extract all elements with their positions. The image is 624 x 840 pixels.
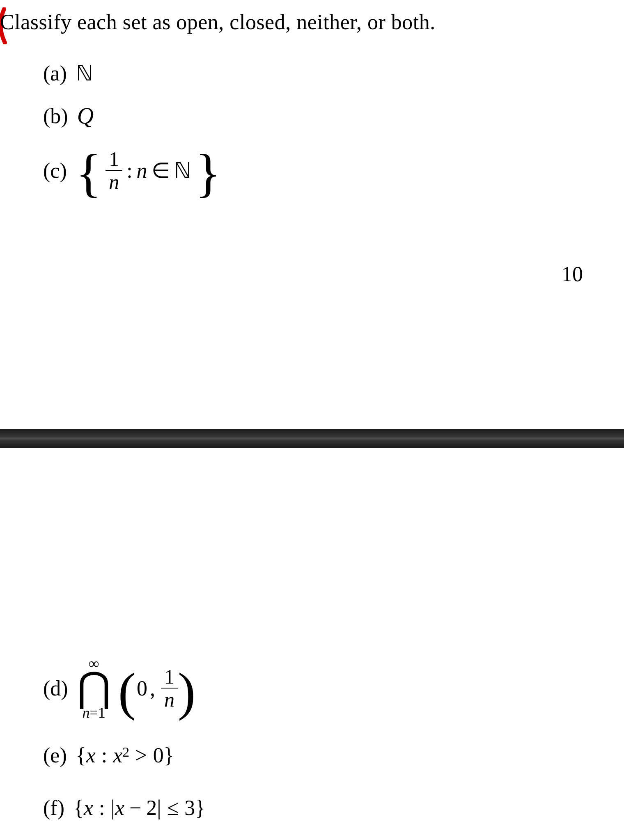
item-a-label: (a)	[43, 61, 67, 85]
item-b-label: (b)	[43, 104, 68, 128]
colon: :	[99, 796, 105, 820]
abs-bar-left: |	[110, 796, 115, 820]
item-e-label: (e)	[43, 743, 67, 767]
fraction-1-over-n: 1 n	[106, 148, 122, 193]
item-f-label: (f)	[43, 796, 64, 820]
item-a: (a) ℕ	[43, 61, 93, 85]
comma: ,	[150, 676, 155, 700]
natural-numbers: ℕ	[174, 158, 191, 183]
colon: :	[101, 743, 107, 767]
zero: 0	[137, 676, 147, 700]
item-b: (b) Q	[43, 103, 94, 129]
item-e-set: { x : x2 > 0 }	[76, 743, 174, 767]
item-e: (e) { x : x2 > 0 }	[43, 743, 174, 767]
right-paren: )	[178, 673, 195, 710]
two: 2	[146, 796, 157, 820]
right-brace: }	[164, 743, 174, 767]
section-divider	[0, 429, 624, 448]
abs-bar-right: |	[157, 796, 161, 820]
left-brace: {	[76, 154, 101, 192]
variable-n: n	[137, 158, 147, 183]
zero: 0	[153, 743, 164, 767]
element-of: ∈	[151, 158, 170, 183]
three: 3	[184, 796, 195, 820]
less-equal: ≤	[167, 796, 179, 820]
item-d: (d) ∞ ⋂ n=1 ( 0, 1 n )	[43, 656, 195, 720]
left-paren: (	[118, 673, 136, 710]
right-brace: }	[195, 796, 205, 820]
item-c-set: { 1 n : n ∈ ℕ }	[76, 148, 221, 193]
x-squared-exp: 2	[122, 744, 129, 760]
item-c: (c) { 1 n : n ∈ ℕ }	[43, 148, 221, 193]
greater-than: >	[135, 743, 147, 767]
intersection-operator: ∞ ⋂ n=1	[77, 656, 111, 720]
page-number: 10	[562, 262, 583, 286]
right-brace: }	[195, 154, 221, 192]
instruction-text: Classify each set as open, closed, neith…	[0, 10, 436, 34]
item-b-set: Q	[77, 103, 94, 129]
left-brace: {	[73, 796, 84, 820]
minus: −	[129, 796, 141, 820]
item-f-set: { x : | x − 2 | ≤ 3 }	[73, 796, 205, 820]
item-d-expression: ∞ ⋂ n=1 ( 0, 1 n )	[77, 656, 196, 720]
fraction-1-over-n: 1 n	[161, 666, 178, 711]
item-d-label: (d)	[43, 676, 68, 700]
item-a-set: ℕ	[76, 61, 93, 85]
variable-x: x	[84, 796, 93, 820]
variable-x: x	[86, 743, 96, 767]
item-c-label: (c)	[43, 158, 67, 183]
variable-x-inner: x	[115, 796, 124, 820]
colon: :	[126, 158, 132, 183]
x-squared-base: x	[113, 743, 122, 767]
left-brace: {	[76, 743, 86, 767]
item-f: (f) { x : | x − 2 | ≤ 3 }	[43, 796, 205, 820]
